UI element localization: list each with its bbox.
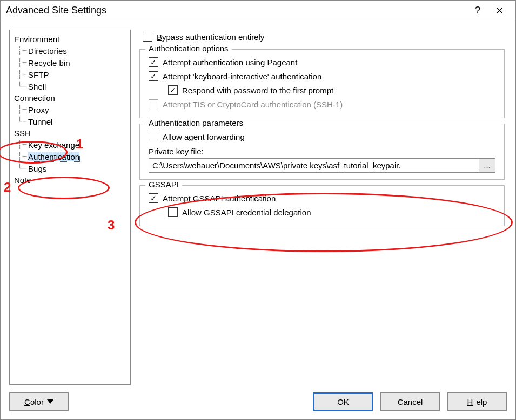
bypass-auth-row: Bypass authentication entirely <box>139 30 505 44</box>
tis-label: Attempt TIS or CryptoCard authentication… <box>163 100 343 109</box>
color-button[interactable]: Color <box>9 392 69 411</box>
tree-group-connection[interactable]: Connection <box>12 92 128 104</box>
respond-password-label: Respond with password to the first promp… <box>182 86 333 95</box>
main-panel: Bypass authentication entirely Authentic… <box>139 30 507 385</box>
browse-button[interactable]: ... <box>479 158 495 173</box>
tree-group-ssh[interactable]: SSH <box>12 127 128 139</box>
tree-item-shell[interactable]: └┄Shell <box>16 80 128 92</box>
ok-button[interactable]: OK <box>313 392 373 411</box>
help-button[interactable]: Help <box>447 392 507 411</box>
tree-item-bugs[interactable]: └┄Bugs <box>16 162 128 174</box>
titlebar: Advanced Site Settings ? ✕ <box>1 1 515 21</box>
tree-item-directories[interactable]: ┊┄Directories <box>16 45 128 57</box>
bypass-auth-label: Bypass authentication entirely <box>157 32 264 42</box>
tree-item-sftp[interactable]: ┊┄SFTP <box>16 69 128 80</box>
gssapi-delegate-label: Allow GSSAPI credential delegation <box>182 208 311 217</box>
tis-row: Attempt TIS or CryptoCard authentication… <box>145 97 499 111</box>
dialog-window: Advanced Site Settings ? ✕ Environment ┊… <box>0 0 516 420</box>
tree-item-tunnel[interactable]: └┄Tunnel <box>16 116 128 127</box>
tree-item-proxy[interactable]: ┊┄Proxy <box>16 104 128 116</box>
tree-item-key-exchange[interactable]: ┊┄Key exchange <box>16 139 128 151</box>
dialog-footer: Color OK Cancel Help <box>1 385 515 419</box>
auth-params-legend: Authentication parameters <box>145 118 246 127</box>
gssapi-group: GSSAPI ✓ Attempt GSSAPI authentication A… <box>139 185 505 226</box>
gssapi-attempt-row: ✓ Attempt GSSAPI authentication <box>145 191 499 205</box>
keyboard-interactive-row: ✓ Attempt 'keyboard-interactive' authent… <box>145 69 499 83</box>
agent-forwarding-row: Allow agent forwarding <box>145 130 499 144</box>
keyboard-interactive-label: Attempt 'keyboard-interactive' authentic… <box>163 72 321 81</box>
gssapi-delegate-row: Allow GSSAPI credential delegation <box>145 205 499 219</box>
auth-options-group: Authentication options ✓ Attempt authent… <box>139 49 505 118</box>
tree-group-note[interactable]: Note <box>12 174 128 186</box>
tree-item-recycle-bin[interactable]: ┊┄Recycle bin <box>16 57 128 69</box>
gssapi-delegate-checkbox[interactable] <box>168 207 178 217</box>
auth-params-group: Authentication parameters Allow agent fo… <box>139 124 505 180</box>
tis-checkbox <box>149 99 158 109</box>
pageant-row: ✓ Attempt authentication using Pageant <box>145 55 499 69</box>
window-title: Advanced Site Settings <box>6 5 467 16</box>
cancel-button[interactable]: Cancel <box>380 392 440 411</box>
help-icon[interactable]: ? <box>467 5 488 16</box>
tree-group-environment[interactable]: Environment <box>12 33 128 45</box>
gssapi-attempt-label: Attempt GSSAPI authentication <box>163 194 276 203</box>
pageant-label: Attempt authentication using Pageant <box>163 58 297 67</box>
tree-item-authentication[interactable]: ┊┄Authentication <box>16 151 128 162</box>
agent-forwarding-label: Allow agent forwarding <box>163 132 245 141</box>
chevron-down-icon <box>47 399 53 404</box>
dialog-body: Environment ┊┄Directories ┊┄Recycle bin … <box>1 21 515 385</box>
pageant-checkbox[interactable]: ✓ <box>149 57 158 67</box>
sidebar-tree[interactable]: Environment ┊┄Directories ┊┄Recycle bin … <box>9 30 131 385</box>
keyboard-interactive-checkbox[interactable]: ✓ <box>149 71 158 81</box>
private-key-input[interactable]: C:\Users\wehauer\Documents\AWS\private k… <box>149 158 479 173</box>
auth-options-legend: Authentication options <box>145 44 232 53</box>
respond-password-checkbox[interactable]: ✓ <box>168 85 178 95</box>
private-key-file-row: C:\Users\wehauer\Documents\AWS\private k… <box>145 158 499 173</box>
private-key-label: Private key file: <box>145 144 499 158</box>
bypass-auth-checkbox[interactable] <box>143 32 152 42</box>
agent-forwarding-checkbox[interactable] <box>149 132 158 141</box>
gssapi-legend: GSSAPI <box>145 180 182 189</box>
respond-password-row: ✓ Respond with password to the first pro… <box>145 83 499 97</box>
close-icon[interactable]: ✕ <box>488 5 510 17</box>
gssapi-attempt-checkbox[interactable]: ✓ <box>149 193 158 203</box>
